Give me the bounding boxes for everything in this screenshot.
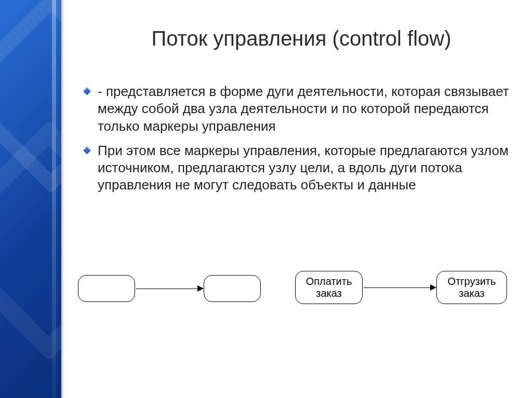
bullet-text: При этом все маркеры управления, которые… bbox=[98, 143, 509, 193]
sidebar-stripe bbox=[52, 0, 56, 398]
decorative-sidebar bbox=[0, 0, 61, 398]
bullet-item: - представляется в форме дуги деятельнос… bbox=[83, 83, 509, 135]
activity-node-ship-order: Отгрузить заказ bbox=[436, 271, 507, 304]
diamond-bullet-icon bbox=[83, 146, 91, 155]
slide: Поток управления (control flow) - предст… bbox=[0, 0, 532, 398]
sidebar-shadow bbox=[61, 0, 64, 398]
control-flow-arrow bbox=[364, 287, 431, 288]
control-flow-arrow bbox=[136, 289, 198, 289]
diamond-bullet-icon bbox=[83, 87, 91, 95]
bullet-item: При этом все маркеры управления, которые… bbox=[83, 142, 509, 194]
bullet-list: - представляется в форме дуги деятельнос… bbox=[83, 83, 509, 201]
bullet-text: - представляется в форме дуги деятельнос… bbox=[98, 84, 509, 134]
activity-node-empty-1 bbox=[78, 275, 135, 302]
activity-node-pay-order: Оплатить заказ bbox=[295, 271, 363, 304]
activity-node-empty-2 bbox=[204, 275, 261, 302]
diagram-area: Оплатить заказ Отгрузить заказ bbox=[73, 254, 520, 358]
slide-title: Поток управления (control flow) bbox=[88, 27, 514, 50]
arrow-head-icon bbox=[430, 284, 436, 291]
arrow-head-icon bbox=[197, 285, 204, 292]
